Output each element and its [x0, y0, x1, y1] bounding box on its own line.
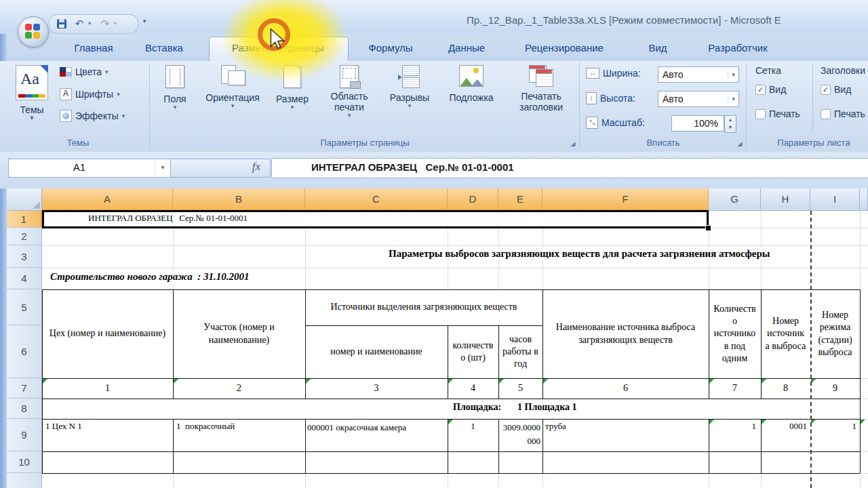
- site-row[interactable]: [42, 399, 860, 419]
- undo-button[interactable]: ↶: [73, 17, 86, 30]
- tab-view[interactable]: Вид: [636, 38, 679, 58]
- colnum-cell-8[interactable]: 8: [761, 378, 810, 399]
- column-header-b[interactable]: B: [173, 188, 305, 211]
- column-header-a[interactable]: A: [42, 188, 173, 211]
- header-cell-mode-number[interactable]: Номер режима (стадии) выброса: [810, 289, 860, 378]
- header-cell-sources-group[interactable]: Источники выделения загрязняющих веществ: [305, 289, 542, 325]
- colnum-cell-1[interactable]: 1: [42, 378, 173, 399]
- tab-home[interactable]: Главная: [65, 38, 122, 58]
- column-header-e[interactable]: E: [498, 188, 542, 211]
- name-box-dropdown-icon[interactable]: ▾: [155, 159, 170, 176]
- cell-source[interactable]: 000001 окрасочная камера: [307, 421, 436, 434]
- tab-insert[interactable]: Вставка: [133, 38, 195, 58]
- error-triangle-icon: [543, 379, 548, 384]
- row-header-8[interactable]: 8: [7, 399, 42, 419]
- redo-button[interactable]: ↷: [98, 17, 112, 30]
- header-cell-source-number[interactable]: Номер источника выброса: [761, 289, 810, 378]
- colnum-cell-4[interactable]: 4: [448, 378, 498, 399]
- scale-spinner[interactable]: ▲▼: [724, 115, 736, 133]
- column-header-f[interactable]: F: [542, 188, 709, 211]
- tab-formulas[interactable]: Формулы: [358, 38, 423, 58]
- margins-icon: [165, 65, 184, 88]
- row-header-9[interactable]: 9: [7, 419, 42, 451]
- theme-effects-icon: [60, 110, 72, 122]
- row-header-1[interactable]: 1: [7, 211, 42, 228]
- header-cell-emission-source[interactable]: Наименование источника выброса загрязняю…: [542, 289, 709, 378]
- column-header-g[interactable]: G: [709, 188, 761, 211]
- theme-fonts-button[interactable]: A Шрифты▾: [60, 88, 120, 100]
- name-box[interactable]: A1 ▾: [8, 159, 171, 178]
- row-header-5[interactable]: 5: [7, 289, 42, 325]
- insert-function-button[interactable]: fx: [252, 160, 260, 174]
- row-header-3[interactable]: 3: [7, 245, 42, 268]
- cell-name[interactable]: труба: [545, 421, 566, 432]
- column-header-partial[interactable]: [860, 188, 868, 211]
- tab-data[interactable]: Данные: [437, 38, 496, 58]
- fill-handle[interactable]: [705, 225, 711, 231]
- checkbox-checked-icon: ✓: [821, 85, 831, 95]
- undo-dropdown-icon[interactable]: ▾: [86, 17, 93, 30]
- cell-qty[interactable]: 1: [448, 421, 498, 432]
- colnum-cell-3[interactable]: 3: [305, 378, 448, 399]
- row-header-10[interactable]: 10: [7, 451, 42, 473]
- theme-colors-button[interactable]: Цвета▾: [60, 66, 108, 77]
- tab-review[interactable]: Рецензирование: [510, 38, 618, 58]
- column-header-i[interactable]: I: [810, 188, 860, 211]
- fit-width-dropdown[interactable]: Авто▾: [658, 66, 739, 83]
- checkbox-unchecked-icon: [821, 109, 831, 119]
- row-header-6[interactable]: 6: [7, 325, 42, 378]
- breaks-button[interactable]: Разрывы ▾: [382, 65, 437, 108]
- cell-hours[interactable]: 3009.0000000: [500, 421, 540, 447]
- colnum-cell-2[interactable]: 2: [173, 378, 305, 399]
- theme-effects-button[interactable]: Эффекты▾: [60, 110, 125, 122]
- formula-input[interactable]: ИНТЕГРАЛ ОБРАЗЕЦ Сер.№ 01-01-0001: [271, 158, 868, 178]
- customize-qat-icon[interactable]: ▾: [140, 18, 149, 27]
- colnum-cell-9[interactable]: 9: [810, 378, 860, 399]
- redo-dropdown-icon[interactable]: ▾: [112, 17, 119, 30]
- headings-print-checkbox[interactable]: Печать: [821, 108, 865, 119]
- scale-input[interactable]: 100%: [671, 115, 724, 131]
- header-cell-source-name[interactable]: номер и наименование: [305, 325, 448, 378]
- cell-mode[interactable]: 1: [810, 421, 856, 432]
- headings-view-checkbox[interactable]: ✓ Вид: [821, 84, 851, 95]
- colnum-cell-7[interactable]: 7: [709, 378, 761, 399]
- row-header-partial[interactable]: [7, 473, 42, 488]
- colnum-cell-6[interactable]: 6: [542, 378, 709, 399]
- header-cell-quantity[interactable]: количество (шт): [448, 325, 498, 378]
- row-header-2[interactable]: 2: [7, 228, 42, 245]
- error-triangle-icon: [448, 379, 453, 384]
- object-line[interactable]: Строительство нового гаража : 31.10.2001: [50, 271, 250, 283]
- row-header-4[interactable]: 4: [7, 268, 42, 289]
- save-button[interactable]: [55, 17, 68, 30]
- header-cell-shop[interactable]: Цех (номер и наименование): [42, 289, 173, 378]
- fit-height-dropdown[interactable]: Авто▾: [658, 91, 739, 107]
- tab-developer[interactable]: Разработчик: [690, 38, 785, 58]
- background-button[interactable]: Подложка: [438, 65, 505, 103]
- header-cell-hours[interactable]: часов работы в год: [498, 325, 542, 378]
- margins-button[interactable]: Поля ▾: [153, 65, 197, 110]
- page-setup-dialog-launcher-icon[interactable]: ◢: [569, 140, 577, 148]
- column-header-h[interactable]: H: [761, 188, 810, 211]
- fit-height-row: ↕ Высота:: [586, 92, 635, 104]
- page-break-line: [810, 211, 812, 488]
- print-titles-button[interactable]: Печатать заголовки: [506, 65, 576, 113]
- column-header-c[interactable]: C: [305, 188, 448, 211]
- fit-dialog-launcher-icon[interactable]: ◢: [736, 140, 744, 148]
- cell-count[interactable]: 1: [709, 421, 756, 432]
- save-icon: [57, 19, 66, 28]
- cell-area[interactable]: 1 покрасочный: [176, 421, 235, 432]
- grid-view-checkbox[interactable]: ✓ Вид: [755, 84, 786, 95]
- table-border: [305, 325, 542, 326]
- cell-shop[interactable]: 1 Цех N 1: [45, 421, 82, 432]
- colnum-cell-5[interactable]: 5: [498, 378, 542, 399]
- cell-number[interactable]: 0001: [761, 421, 807, 432]
- themes-button[interactable]: Aa Темы ▼: [11, 64, 53, 121]
- grid-print-checkbox[interactable]: Печать: [755, 108, 800, 119]
- header-cell-count-under-one[interactable]: Количество источников под одним: [709, 289, 761, 378]
- column-header-d[interactable]: D: [448, 188, 498, 211]
- row-header-7[interactable]: 7: [7, 378, 42, 399]
- header-cell-area[interactable]: Участок (номер и наименование): [173, 289, 305, 378]
- select-all-corner[interactable]: [7, 188, 42, 211]
- office-button[interactable]: [18, 16, 49, 47]
- report-title[interactable]: Параметры выбросов загрязняющих веществ …: [389, 248, 770, 260]
